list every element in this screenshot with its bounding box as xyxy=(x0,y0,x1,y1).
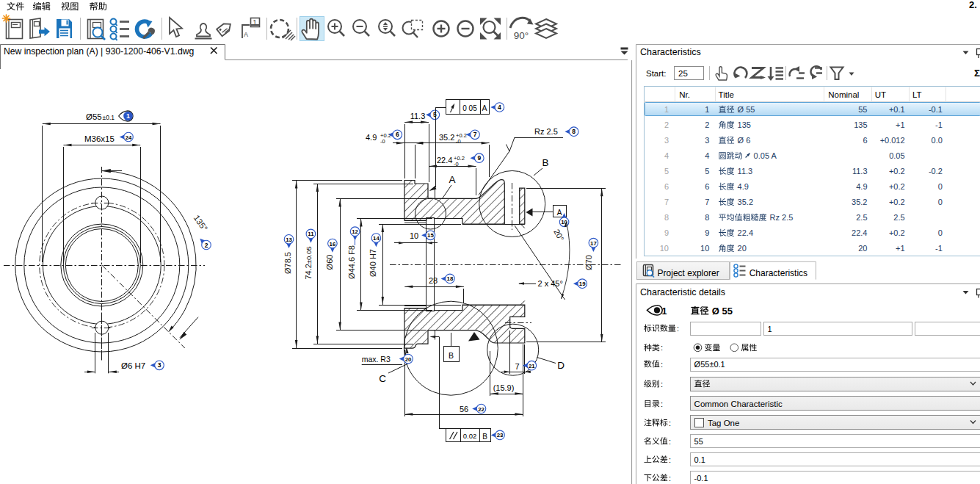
svg-text:23: 23 xyxy=(497,432,504,438)
svg-text:Ø60: Ø60 xyxy=(325,255,334,270)
svg-text:1: 1 xyxy=(126,112,130,120)
svg-text:4.9: 4.9 xyxy=(856,182,867,191)
svg-text:15: 15 xyxy=(427,232,434,239)
svg-text:8: 8 xyxy=(664,213,669,222)
svg-text:2: 2 xyxy=(205,242,208,249)
svg-text:+0.2: +0.2 xyxy=(889,228,905,237)
svg-text:22.4: 22.4 xyxy=(437,156,452,165)
svg-text:M36x15: M36x15 xyxy=(84,134,115,143)
svg-text:6: 6 xyxy=(705,182,709,191)
svg-text:-0.2: -0.2 xyxy=(929,167,943,176)
svg-text:7: 7 xyxy=(705,198,709,206)
svg-text:22.4: 22.4 xyxy=(852,228,867,237)
svg-text:Nominal: Nominal xyxy=(828,90,859,99)
svg-text:-1: -1 xyxy=(935,244,943,253)
svg-text:16: 16 xyxy=(330,241,336,248)
svg-text:D: D xyxy=(557,360,565,371)
svg-text:1: 1 xyxy=(768,325,772,333)
svg-text:LT: LT xyxy=(912,90,922,99)
svg-text:max. R3: max. R3 xyxy=(362,355,391,364)
svg-text:Ø 6: Ø 6 xyxy=(738,136,751,145)
svg-text:-1: -1 xyxy=(935,120,943,129)
svg-text:-0.1: -0.1 xyxy=(929,105,943,114)
svg-text:2.5: 2.5 xyxy=(856,213,867,222)
svg-text:Common Characteristic: Common Characteristic xyxy=(694,400,783,408)
svg-text:11: 11 xyxy=(308,231,314,237)
svg-text:0.05: 0.05 xyxy=(889,151,904,160)
svg-text:10: 10 xyxy=(700,244,709,253)
svg-text:A: A xyxy=(449,174,455,185)
svg-text:C: C xyxy=(379,373,386,384)
svg-text:35.2: 35.2 xyxy=(852,198,867,206)
svg-text:25: 25 xyxy=(678,69,688,78)
svg-text:0: 0 xyxy=(938,228,943,237)
svg-text:2.: 2. xyxy=(969,0,977,10)
svg-text:5: 5 xyxy=(664,167,669,176)
svg-text:2.5: 2.5 xyxy=(893,213,904,222)
svg-text::: : xyxy=(669,455,671,464)
svg-text:+0.1: +0.1 xyxy=(889,105,905,114)
svg-text:55: 55 xyxy=(858,105,867,114)
svg-text:Ø44.6 F8: Ø44.6 F8 xyxy=(347,245,356,279)
svg-text::: : xyxy=(669,437,671,446)
svg-text:7: 7 xyxy=(664,198,669,206)
svg-text:90°: 90° xyxy=(514,30,529,41)
svg-text:4: 4 xyxy=(705,151,709,160)
svg-text:1: 1 xyxy=(662,306,667,317)
svg-text:0.0: 0.0 xyxy=(932,136,943,145)
svg-text:0: 0 xyxy=(938,198,943,206)
svg-text:12: 12 xyxy=(352,228,358,235)
svg-text:+0.2: +0.2 xyxy=(889,198,905,206)
svg-text:Ø70: Ø70 xyxy=(584,255,593,270)
svg-text:B: B xyxy=(449,351,454,360)
svg-text:6: 6 xyxy=(664,182,669,191)
svg-text:7: 7 xyxy=(515,362,519,371)
svg-text:14: 14 xyxy=(373,235,380,242)
svg-text:74.2±0.05: 74.2±0.05 xyxy=(304,246,313,279)
svg-text:10: 10 xyxy=(660,244,669,253)
svg-text:9: 9 xyxy=(477,154,481,162)
svg-text:Start:: Start: xyxy=(646,69,666,78)
svg-text:Rz 2.5: Rz 2.5 xyxy=(534,127,558,136)
svg-text::: : xyxy=(661,400,663,408)
svg-text:55: 55 xyxy=(694,437,703,446)
svg-text:+0.012: +0.012 xyxy=(880,136,905,145)
svg-text:4: 4 xyxy=(664,151,669,160)
svg-text:1: 1 xyxy=(664,105,669,114)
svg-text:Title: Title xyxy=(719,90,734,99)
svg-text:Characteristic details: Characteristic details xyxy=(640,287,725,297)
svg-text:7: 7 xyxy=(473,131,477,138)
svg-text:11.3: 11.3 xyxy=(410,112,426,120)
svg-text::: : xyxy=(661,360,663,369)
svg-text:9: 9 xyxy=(705,228,709,237)
svg-text:A: A xyxy=(557,209,562,217)
svg-text:2: 2 xyxy=(705,120,709,129)
svg-text:8: 8 xyxy=(572,128,576,135)
svg-text:10: 10 xyxy=(410,231,418,240)
svg-text:Rz 2.5: Rz 2.5 xyxy=(770,213,794,222)
svg-text:56: 56 xyxy=(460,405,468,413)
svg-text:Characteristics: Characteristics xyxy=(640,47,701,57)
svg-text:22: 22 xyxy=(478,406,484,413)
svg-text:35.2: 35.2 xyxy=(439,133,454,142)
svg-text:20: 20 xyxy=(858,244,867,253)
svg-text:6: 6 xyxy=(863,136,867,145)
svg-text:22.4: 22.4 xyxy=(738,228,753,237)
svg-text:8: 8 xyxy=(705,213,709,222)
svg-text:4.9: 4.9 xyxy=(366,133,377,142)
svg-text:21: 21 xyxy=(529,363,535,369)
svg-text:Ø55: Ø55 xyxy=(86,112,102,121)
svg-text:11.3: 11.3 xyxy=(738,167,753,176)
svg-text:3: 3 xyxy=(158,361,161,369)
svg-text::: : xyxy=(669,474,671,483)
svg-text:3: 3 xyxy=(705,136,709,145)
svg-text:135: 135 xyxy=(738,120,751,129)
svg-text:Ø 55: Ø 55 xyxy=(712,306,733,317)
svg-text:-0.1: -0.1 xyxy=(694,474,708,483)
svg-text:19: 19 xyxy=(579,281,586,287)
svg-text:Nr.: Nr. xyxy=(679,90,690,99)
svg-text::: : xyxy=(661,380,663,389)
svg-text:4: 4 xyxy=(498,104,501,111)
svg-text:4.9: 4.9 xyxy=(738,182,749,191)
svg-text:Σ: Σ xyxy=(974,68,980,79)
